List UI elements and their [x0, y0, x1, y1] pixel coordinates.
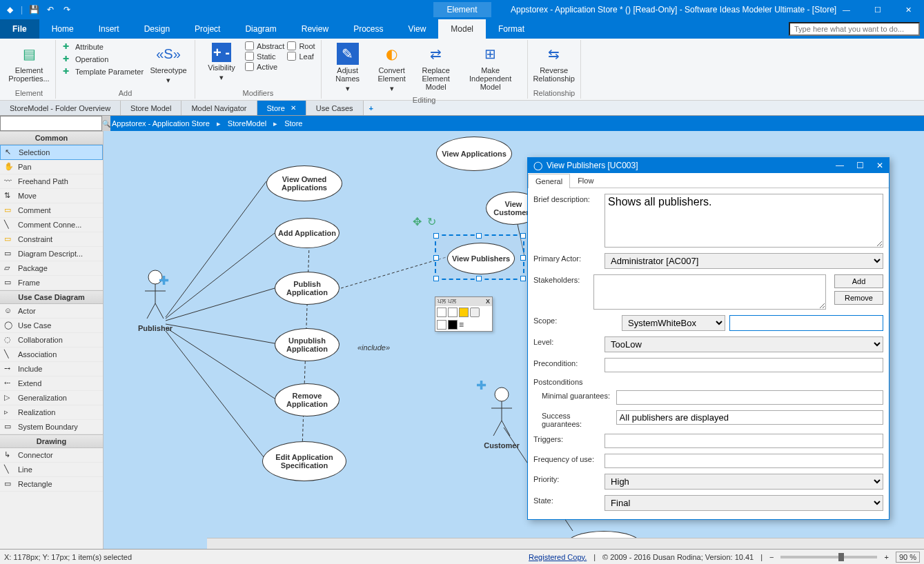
undo-icon[interactable]: ↶ [45, 4, 56, 15]
tool-frame[interactable]: ▭Frame [0, 276, 103, 290]
style-palette[interactable]: ਪਲ ਪਲX ≡ [435, 296, 493, 332]
tool-move[interactable]: ⇅Move [0, 189, 103, 203]
root-checkbox[interactable]: Root [287, 41, 315, 50]
registered-link[interactable]: Registered Copy. [529, 553, 587, 561]
menu-model[interactable]: Model [438, 19, 486, 39]
resize-handle[interactable] [433, 255, 439, 261]
add-attribute-button[interactable]: ✚Attribute [61, 41, 145, 52]
zoom-slider[interactable] [780, 556, 877, 558]
resize-handle[interactable] [476, 276, 482, 281]
doctab-store[interactable]: Store✕ [257, 101, 306, 115]
stereotype-button[interactable]: «S»Stereotype▾ [148, 41, 189, 86]
menu-insert[interactable]: Insert [86, 19, 132, 39]
reverse-relationship-button[interactable]: ⇆Reverse Relationship [533, 41, 575, 84]
minimize-button[interactable]: — [831, 0, 862, 19]
tool-include[interactable]: ⤍Include [0, 362, 103, 376]
sidebar-search-input[interactable] [0, 116, 102, 131]
doctab-storemodel-overview[interactable]: StoreModel - Folder Overview [0, 101, 121, 115]
redo-icon[interactable]: ↷ [61, 4, 72, 15]
convert-element-button[interactable]: ◐Convert Element▾ [371, 41, 413, 94]
breadcrumb-item[interactable]: StoreModel [228, 119, 266, 128]
dialog-tab-general[interactable]: General [528, 174, 570, 188]
menu-process[interactable]: Process [341, 19, 395, 39]
menu-view[interactable]: View [396, 19, 439, 39]
success-guarantees-input[interactable] [616, 410, 883, 425]
add-tab-button[interactable]: + [364, 101, 379, 115]
usecase-view-apps[interactable]: View Applications [436, 137, 512, 171]
resize-handle[interactable] [520, 276, 526, 281]
brief-description-input[interactable]: Shows all publishers. [604, 194, 883, 248]
tool-association[interactable]: ╲Association [0, 348, 103, 362]
maximize-button[interactable]: ☐ [862, 0, 893, 19]
priority-select[interactable]: High [604, 474, 883, 490]
usecase-edit-spec[interactable]: Edit Application Specification [262, 441, 346, 481]
close-button[interactable]: ✕ [893, 0, 924, 19]
level-select[interactable]: TooLow [604, 336, 883, 352]
usecase-unpublish[interactable]: Unpublish Application [275, 328, 340, 361]
zoom-in-button[interactable]: + [884, 553, 888, 561]
close-icon[interactable]: ✕ [291, 104, 296, 112]
zoom-out-button[interactable]: − [769, 553, 774, 561]
tool-selection[interactable]: ↖Selection [0, 145, 103, 160]
usecase-remove[interactable]: Remove Application [275, 383, 340, 416]
tool-pan[interactable]: ✋Pan [0, 160, 103, 174]
element-properties-button[interactable]: ▤Element Properties... [8, 41, 50, 84]
make-independent-button[interactable]: ⊞Make Independent Model [460, 41, 522, 92]
doctab-model-navigator[interactable]: Model Navigator [181, 101, 257, 115]
menu-home[interactable]: Home [39, 19, 86, 39]
menu-diagram[interactable]: Diagram [233, 19, 288, 39]
replace-model-button[interactable]: ⇄Replace Element Model [415, 41, 457, 92]
breadcrumb-item[interactable]: Store [284, 119, 302, 128]
state-select[interactable]: Final [604, 495, 883, 511]
visibility-button[interactable]: + -Visibility▾ [201, 41, 242, 83]
min-guarantees-input[interactable] [616, 390, 883, 405]
tool-comment[interactable]: ▭Comment [0, 203, 103, 218]
maximize-button[interactable]: ☐ [856, 161, 864, 170]
doctab-store-model[interactable]: Store Model [121, 101, 181, 115]
primary-actor-select[interactable]: Administrator [AC007] [604, 253, 883, 269]
tool-comment-connector[interactable]: ╲Comment Conne... [0, 218, 103, 232]
close-button[interactable]: ✕ [876, 161, 883, 170]
resize-handle[interactable] [433, 233, 439, 239]
tool-collaboration[interactable]: ◌Collaboration [0, 333, 103, 348]
menu-file[interactable]: File [0, 19, 39, 39]
add-operation-button[interactable]: ✚Operation [61, 54, 145, 65]
tool-realization[interactable]: ▹Realization [0, 405, 103, 420]
ribbon-context-tab[interactable]: Element [433, 2, 491, 17]
doctab-use-cases[interactable]: Use Cases [306, 101, 364, 115]
actor-publisher[interactable]: Publisher [124, 269, 186, 332]
static-checkbox[interactable]: Static [245, 52, 284, 61]
resize-handle[interactable] [520, 233, 526, 239]
abstract-checkbox[interactable]: Abstract [245, 41, 284, 50]
horizontal-scrollbar[interactable] [207, 538, 924, 549]
menu-project[interactable]: Project [182, 19, 233, 39]
leaf-checkbox[interactable]: Leaf [287, 52, 315, 61]
stakeholders-input[interactable] [593, 274, 826, 310]
plus-handle-icon[interactable]: ✚ [159, 273, 169, 288]
save-icon[interactable]: 💾 [28, 4, 39, 15]
menu-design[interactable]: Design [132, 19, 182, 39]
rotate-icon[interactable]: ↻ [427, 215, 436, 228]
tool-line[interactable]: ╲Line [0, 463, 103, 477]
tool-rectangle[interactable]: ▭Rectangle [0, 477, 103, 492]
active-checkbox[interactable]: Active [245, 62, 284, 71]
tool-usecase[interactable]: ◯Use Case [0, 319, 103, 333]
tool-constraint[interactable]: ▭Constraint [0, 232, 103, 247]
tool-connector[interactable]: ↳Connector [0, 448, 103, 463]
tool-system-boundary[interactable]: ▭System Boundary [0, 420, 103, 434]
remove-stakeholder-button[interactable]: Remove [834, 291, 883, 305]
plus-handle-icon[interactable]: ✚ [476, 378, 486, 393]
tool-generalization[interactable]: ▷Generalization [0, 391, 103, 405]
dialog-tab-flow[interactable]: Flow [570, 173, 601, 188]
tool-package[interactable]: ▱Package [0, 261, 103, 276]
scope-select[interactable]: SystemWhiteBox [622, 315, 725, 331]
close-icon[interactable]: X [486, 298, 490, 305]
add-stakeholder-button[interactable]: Add [834, 274, 883, 288]
minimize-button[interactable]: — [836, 161, 844, 170]
precondition-input[interactable] [604, 358, 883, 372]
tool-freehand[interactable]: 〰Freehand Path [0, 174, 103, 189]
menu-review[interactable]: Review [289, 19, 341, 39]
adjust-names-button[interactable]: ✎Adjust Names▾ [327, 41, 368, 94]
actor-customer[interactable]: Customer [471, 386, 533, 450]
resize-handle[interactable] [433, 276, 439, 281]
